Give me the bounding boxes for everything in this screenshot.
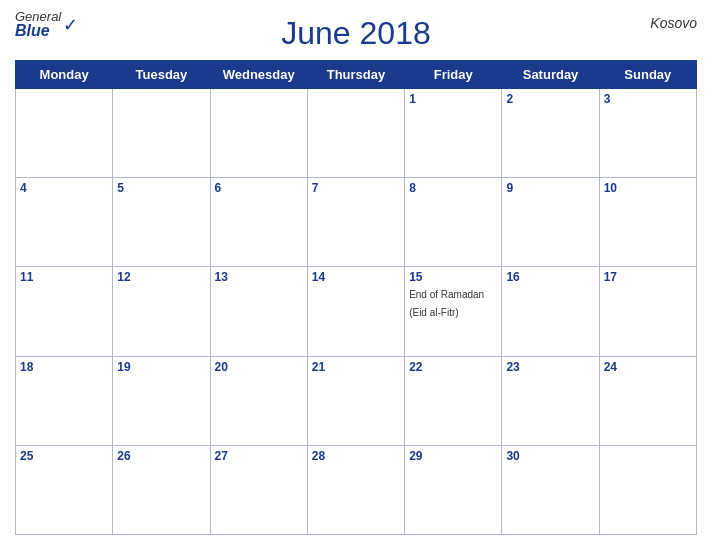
day-number: 3 — [604, 92, 692, 106]
calendar-cell: 6 — [210, 178, 307, 267]
day-number: 6 — [215, 181, 303, 195]
calendar-cell — [113, 89, 210, 178]
day-number: 26 — [117, 449, 205, 463]
day-number: 18 — [20, 360, 108, 374]
logo-blue-text: Blue — [15, 23, 61, 39]
calendar-week-row: 252627282930 — [16, 445, 697, 534]
calendar-week-row: 1112131415End of Ramadan (Eid al-Fitr)16… — [16, 267, 697, 356]
day-number: 8 — [409, 181, 497, 195]
day-number: 5 — [117, 181, 205, 195]
calendar-cell: 12 — [113, 267, 210, 356]
day-number: 14 — [312, 270, 400, 284]
day-number: 21 — [312, 360, 400, 374]
weekday-header-row: Monday Tuesday Wednesday Thursday Friday… — [16, 61, 697, 89]
calendar-cell — [210, 89, 307, 178]
day-number: 24 — [604, 360, 692, 374]
day-number: 19 — [117, 360, 205, 374]
calendar-cell: 10 — [599, 178, 696, 267]
calendar-cell: 14 — [307, 267, 404, 356]
day-number: 10 — [604, 181, 692, 195]
calendar-cell — [599, 445, 696, 534]
day-number: 25 — [20, 449, 108, 463]
calendar-cell: 20 — [210, 356, 307, 445]
calendar-cell: 17 — [599, 267, 696, 356]
day-number: 13 — [215, 270, 303, 284]
day-number: 17 — [604, 270, 692, 284]
event-label: End of Ramadan (Eid al-Fitr) — [409, 289, 484, 318]
calendar-cell: 27 — [210, 445, 307, 534]
calendar-cell — [16, 89, 113, 178]
header-tuesday: Tuesday — [113, 61, 210, 89]
calendar-cell: 4 — [16, 178, 113, 267]
calendar-week-row: 18192021222324 — [16, 356, 697, 445]
header-monday: Monday — [16, 61, 113, 89]
header-friday: Friday — [405, 61, 502, 89]
header-saturday: Saturday — [502, 61, 599, 89]
day-number: 11 — [20, 270, 108, 284]
calendar-cell: 3 — [599, 89, 696, 178]
calendar-cell: 30 — [502, 445, 599, 534]
calendar-cell: 15End of Ramadan (Eid al-Fitr) — [405, 267, 502, 356]
day-number: 4 — [20, 181, 108, 195]
calendar-container: General Blue ✓ June 2018 Kosovo Monday T… — [0, 0, 712, 550]
day-number: 9 — [506, 181, 594, 195]
calendar-cell: 21 — [307, 356, 404, 445]
day-number: 15 — [409, 270, 497, 284]
calendar-cell: 23 — [502, 356, 599, 445]
day-number: 12 — [117, 270, 205, 284]
day-number: 16 — [506, 270, 594, 284]
calendar-title: June 2018 — [281, 15, 430, 52]
calendar-cell — [307, 89, 404, 178]
calendar-cell: 22 — [405, 356, 502, 445]
calendar-cell: 11 — [16, 267, 113, 356]
calendar-cell: 13 — [210, 267, 307, 356]
logo-bird-icon: ✓ — [63, 16, 78, 34]
calendar-cell: 24 — [599, 356, 696, 445]
calendar-cell: 2 — [502, 89, 599, 178]
calendar-cell: 29 — [405, 445, 502, 534]
calendar-cell: 7 — [307, 178, 404, 267]
day-number: 22 — [409, 360, 497, 374]
calendar-cell: 1 — [405, 89, 502, 178]
calendar-cell: 8 — [405, 178, 502, 267]
day-number: 29 — [409, 449, 497, 463]
day-number: 27 — [215, 449, 303, 463]
region-label: Kosovo — [650, 15, 697, 31]
calendar-cell: 18 — [16, 356, 113, 445]
calendar-week-row: 45678910 — [16, 178, 697, 267]
calendar-cell: 19 — [113, 356, 210, 445]
calendar-cell: 28 — [307, 445, 404, 534]
day-number: 1 — [409, 92, 497, 106]
calendar-cell: 16 — [502, 267, 599, 356]
day-number: 23 — [506, 360, 594, 374]
day-number: 2 — [506, 92, 594, 106]
day-number: 20 — [215, 360, 303, 374]
day-number: 30 — [506, 449, 594, 463]
calendar-cell: 25 — [16, 445, 113, 534]
calendar-cell: 9 — [502, 178, 599, 267]
day-number: 28 — [312, 449, 400, 463]
calendar-table: Monday Tuesday Wednesday Thursday Friday… — [15, 60, 697, 535]
day-number: 7 — [312, 181, 400, 195]
logo: General Blue ✓ — [15, 10, 78, 39]
header-wednesday: Wednesday — [210, 61, 307, 89]
header-thursday: Thursday — [307, 61, 404, 89]
calendar-cell: 26 — [113, 445, 210, 534]
header-sunday: Sunday — [599, 61, 696, 89]
calendar-week-row: 123 — [16, 89, 697, 178]
calendar-cell: 5 — [113, 178, 210, 267]
calendar-header: General Blue ✓ June 2018 Kosovo — [15, 10, 697, 52]
